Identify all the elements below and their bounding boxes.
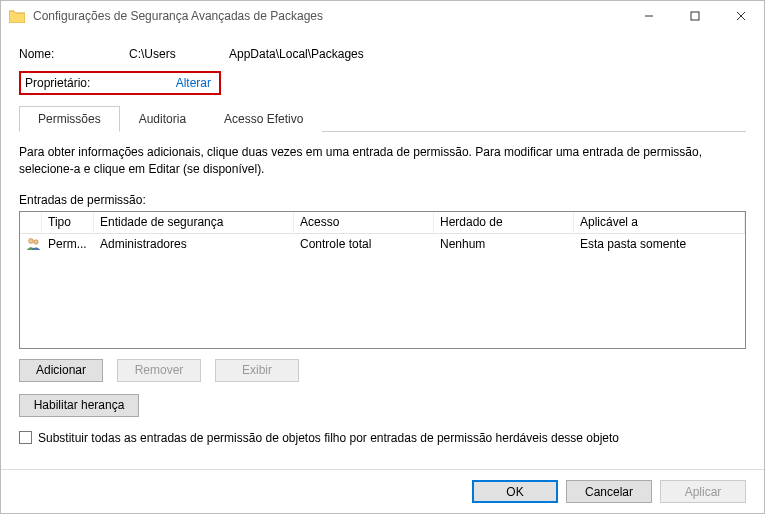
svg-point-5 bbox=[34, 240, 38, 244]
change-owner-link[interactable]: Alterar bbox=[176, 76, 215, 90]
col-type[interactable]: Tipo bbox=[42, 212, 94, 233]
svg-rect-1 bbox=[691, 12, 699, 20]
folder-icon bbox=[9, 9, 25, 23]
window-buttons bbox=[626, 1, 764, 31]
remove-button: Remover bbox=[117, 359, 201, 382]
entries-label: Entradas de permissão: bbox=[19, 193, 746, 207]
owner-row-highlight: Proprietário: Alterar bbox=[19, 71, 221, 95]
name-suffix: AppData\Local\Packages bbox=[229, 47, 364, 61]
col-entity[interactable]: Entidade de segurança bbox=[94, 212, 294, 233]
col-access[interactable]: Acesso bbox=[294, 212, 434, 233]
cell-type: Perm... bbox=[42, 237, 94, 251]
tab-permissions[interactable]: Permissões bbox=[19, 106, 120, 132]
cell-access: Controle total bbox=[294, 237, 434, 251]
replace-children-row: Substituir todas as entradas de permissã… bbox=[19, 431, 746, 445]
replace-children-label: Substituir todas as entradas de permissã… bbox=[38, 431, 619, 445]
owner-label: Proprietário: bbox=[25, 76, 125, 90]
ok-button[interactable]: OK bbox=[472, 480, 558, 503]
advanced-security-window: Configurações de Segurança Avançadas de … bbox=[0, 0, 765, 514]
cancel-button[interactable]: Cancelar bbox=[566, 480, 652, 503]
inherit-buttons: Habilitar herança bbox=[19, 394, 746, 417]
permission-entries-list[interactable]: Tipo Entidade de segurança Acesso Herdad… bbox=[19, 211, 746, 349]
enable-inheritance-button[interactable]: Habilitar herança bbox=[19, 394, 139, 417]
tab-auditing[interactable]: Auditoria bbox=[120, 106, 205, 132]
cell-inherited: Nenhum bbox=[434, 237, 574, 251]
column-headers: Tipo Entidade de segurança Acesso Herdad… bbox=[20, 212, 745, 234]
cell-applies: Esta pasta somente bbox=[574, 237, 745, 251]
name-value: C:\Users bbox=[129, 47, 229, 61]
tab-strip: Permissões Auditoria Acesso Efetivo bbox=[19, 105, 746, 132]
name-label: Nome: bbox=[19, 47, 129, 61]
col-blank bbox=[20, 212, 42, 233]
minimize-button[interactable] bbox=[626, 1, 672, 31]
principal-icon bbox=[20, 237, 42, 251]
dialog-footer: OK Cancelar Aplicar bbox=[1, 469, 764, 513]
tab-effective-access[interactable]: Acesso Efetivo bbox=[205, 106, 322, 132]
name-row: Nome: C:\Users AppData\Local\Packages bbox=[19, 43, 746, 65]
apply-button: Aplicar bbox=[660, 480, 746, 503]
maximize-button[interactable] bbox=[672, 1, 718, 31]
view-button: Exibir bbox=[215, 359, 299, 382]
col-applies[interactable]: Aplicável a bbox=[574, 212, 745, 233]
content-area: Nome: C:\Users AppData\Local\Packages Pr… bbox=[1, 31, 764, 469]
col-inherited[interactable]: Herdado de bbox=[434, 212, 574, 233]
add-button[interactable]: Adicionar bbox=[19, 359, 103, 382]
replace-children-checkbox[interactable] bbox=[19, 431, 32, 444]
cell-entity: Administradores bbox=[94, 237, 294, 251]
svg-point-4 bbox=[29, 238, 34, 243]
info-text: Para obter informações adicionais, cliqu… bbox=[19, 144, 746, 179]
window-title: Configurações de Segurança Avançadas de … bbox=[33, 9, 626, 23]
entry-buttons: Adicionar Remover Exibir bbox=[19, 359, 746, 382]
titlebar: Configurações de Segurança Avançadas de … bbox=[1, 1, 764, 31]
table-row[interactable]: Perm... Administradores Controle total N… bbox=[20, 234, 745, 254]
close-button[interactable] bbox=[718, 1, 764, 31]
